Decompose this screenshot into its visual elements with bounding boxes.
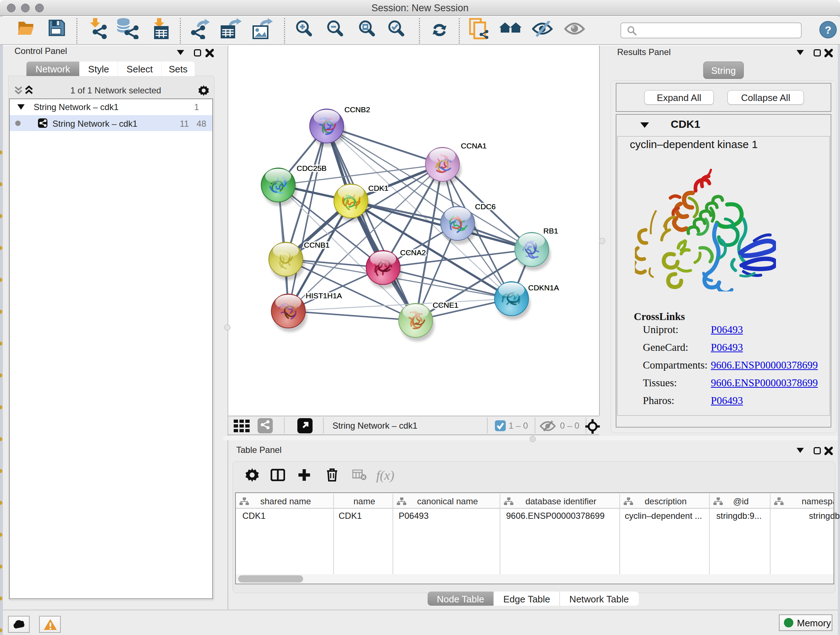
svg-text:CCNB1: CCNB1 bbox=[304, 241, 330, 249]
svg-text:CCNE1: CCNE1 bbox=[433, 301, 458, 309]
svg-text:CCNA1: CCNA1 bbox=[461, 141, 486, 150]
svg-text:CDK1: CDK1 bbox=[368, 184, 388, 192]
svg-text:CDC25B: CDC25B bbox=[297, 164, 327, 172]
svg-text:CDKN1A: CDKN1A bbox=[528, 283, 559, 292]
svg-text:RB1: RB1 bbox=[543, 226, 558, 235]
svg-text:CDC6: CDC6 bbox=[475, 203, 496, 211]
svg-text:CCNB2: CCNB2 bbox=[344, 105, 370, 114]
svg-text:HIST1H1A: HIST1H1A bbox=[306, 291, 342, 300]
svg-text:CCNA2: CCNA2 bbox=[400, 249, 426, 257]
